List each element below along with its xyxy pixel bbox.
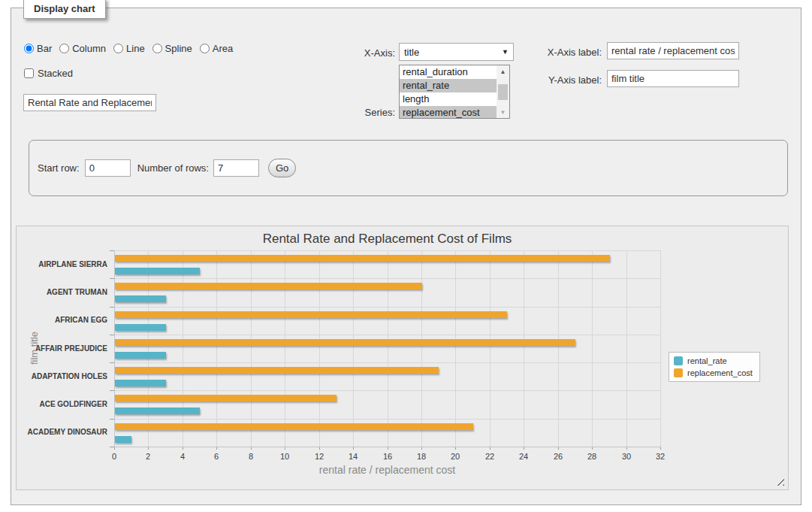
chart-x-axis-title: rental rate / replacement cost — [114, 464, 660, 476]
bar-rental_rate — [115, 407, 200, 414]
gridline-horizontal — [114, 419, 661, 420]
bar-radio-label: Bar — [37, 43, 52, 54]
series-option-rental-duration[interactable]: rental_duration — [400, 65, 509, 79]
chart-title-input[interactable] — [23, 94, 156, 111]
fieldset-legend: Display chart — [23, 0, 106, 19]
stacked-row: Stacked — [24, 68, 73, 79]
y-axis-label-input[interactable] — [607, 70, 739, 87]
gridline-vertical — [558, 250, 559, 447]
num-rows-label: Number of rows: — [137, 162, 209, 174]
x-axis-tick-label: 14 — [338, 452, 368, 461]
chart-y-axis-title: film title — [29, 288, 41, 408]
gridline-vertical — [319, 250, 320, 447]
series-option-length[interactable]: length — [400, 92, 509, 106]
display-chart-fieldset: Display chart Bar Column Line Spline Are… — [11, 8, 801, 505]
column-radio[interactable] — [59, 44, 69, 53]
scroll-down-icon[interactable]: ▼ — [497, 106, 509, 118]
gridline-vertical — [251, 250, 252, 447]
scrollbar-thumb[interactable] — [498, 84, 508, 100]
x-axis-tick-label: 28 — [577, 452, 607, 461]
gridline-vertical — [148, 250, 149, 447]
bar-replacement_cost — [115, 395, 337, 401]
gridline-vertical — [490, 250, 491, 447]
radio-option-area[interactable]: Area — [200, 43, 233, 54]
bar-replacement_cost — [115, 367, 439, 374]
go-button[interactable]: Go — [268, 159, 296, 177]
chart-container: Rental Rate and Replacement Cost of Film… — [16, 226, 789, 490]
category-label: AIRPLANE SIERRA — [17, 260, 107, 268]
bar-rental_rate — [115, 268, 200, 274]
x-axis-tick-label: 10 — [270, 452, 300, 461]
gridline-vertical — [353, 250, 354, 447]
x-axis-tick-label: 22 — [475, 452, 505, 461]
radio-option-bar[interactable]: Bar — [24, 43, 52, 54]
start-row-input[interactable] — [85, 159, 131, 177]
x-axis-tick-label: 26 — [543, 452, 573, 461]
chart-legend: rental_ratereplacement_cost — [669, 352, 760, 382]
series-list-label: Series: — [316, 107, 395, 118]
bar-rental_rate — [115, 436, 131, 443]
gridline-vertical — [388, 250, 388, 447]
num-rows-input[interactable] — [213, 159, 259, 177]
chart-title: Rental Rate and Replacement Cost of Film… — [114, 232, 660, 247]
x-axis-tick-label: 20 — [440, 452, 470, 461]
series-option-replacement-cost[interactable]: replacement_cost — [400, 106, 509, 119]
legend-label: rental_rate — [687, 356, 727, 365]
legend-swatch-icon — [674, 368, 683, 377]
gridline-vertical — [183, 250, 183, 447]
gridline-vertical — [421, 250, 422, 447]
legend-item-replacement_cost[interactable]: replacement_cost — [674, 368, 753, 377]
radio-option-line[interactable]: Line — [113, 43, 145, 54]
category-label: ACADEMY DINOSAUR — [17, 428, 107, 436]
line-radio[interactable] — [113, 44, 123, 53]
x-axis-label-caption: X-Axis label: — [497, 47, 602, 58]
gridline-horizontal — [114, 335, 661, 335]
gridline-vertical — [285, 250, 285, 447]
chart-type-radio-group: Bar Column Line Spline Area — [24, 43, 233, 54]
x-axis-tick-label: 8 — [236, 452, 266, 461]
stacked-label: Stacked — [38, 68, 73, 79]
bar-rental_rate — [115, 380, 166, 386]
bar-replacement_cost — [115, 311, 507, 318]
x-axis-tick-label: 12 — [304, 452, 334, 461]
legend-item-rental_rate[interactable]: rental_rate — [674, 356, 753, 365]
x-axis-tick-label: 6 — [201, 452, 231, 461]
legend-swatch-icon — [674, 356, 683, 365]
area-radio-label: Area — [213, 43, 233, 54]
x-axis-label-input[interactable] — [607, 42, 739, 59]
spline-radio[interactable] — [152, 44, 162, 53]
gridline-vertical — [216, 250, 217, 447]
legend-label: replacement_cost — [687, 368, 753, 377]
gridline-horizontal — [114, 250, 661, 251]
x-axis-tick-label: 18 — [406, 452, 436, 461]
resize-handle-icon[interactable] — [776, 477, 784, 486]
bar-replacement_cost — [115, 423, 473, 430]
gridline-horizontal — [114, 390, 661, 391]
bar-radio[interactable] — [24, 44, 34, 53]
y-axis-line — [114, 250, 115, 447]
gridline-vertical — [660, 250, 661, 447]
bar-rental_rate — [115, 295, 166, 302]
x-axis-tick-label: 24 — [509, 452, 539, 461]
gridline-vertical — [455, 250, 456, 447]
x-axis-tick-label: 32 — [645, 452, 675, 461]
gridline-vertical — [626, 250, 627, 447]
query-panel: Start row: Number of rows: Go — [29, 140, 788, 196]
spline-radio-label: Spline — [165, 43, 192, 54]
column-radio-label: Column — [72, 43, 106, 54]
radio-option-spline[interactable]: Spline — [152, 43, 192, 54]
series-option-rental-rate[interactable]: rental_rate — [400, 79, 509, 92]
gridline-horizontal — [114, 278, 661, 279]
bar-rental_rate — [115, 352, 166, 359]
stacked-checkbox[interactable] — [24, 68, 34, 78]
x-axis-tick-label: 30 — [611, 452, 641, 461]
radio-option-column[interactable]: Column — [59, 43, 106, 54]
area-radio[interactable] — [200, 44, 210, 53]
x-axis-select-value: title — [404, 47, 419, 58]
series-scrollbar[interactable]: ▲ ▼ — [497, 65, 509, 118]
x-axis-tick-label: 0 — [99, 452, 129, 461]
bar-replacement_cost — [115, 339, 575, 346]
bar-replacement_cost — [115, 283, 422, 289]
y-axis-label-caption: Y-Axis label: — [497, 74, 602, 86]
series-listbox[interactable]: rental_duration rental_rate length repla… — [399, 65, 510, 119]
